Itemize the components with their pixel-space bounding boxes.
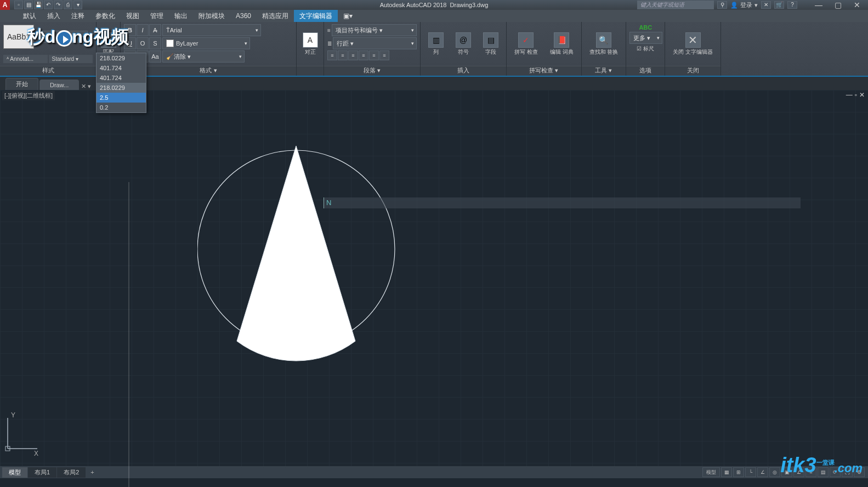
panel-label-paragraph[interactable]: 段落 ▾ [324, 66, 420, 76]
align-6-button[interactable]: ≡ [379, 50, 389, 60]
spellcheck-button[interactable]: ✓拼写 检查 [510, 31, 542, 56]
tab-start[interactable]: 开始 [5, 78, 38, 90]
bullets-dropdown[interactable]: 项目符号和编号 ▾ [332, 24, 417, 36]
panel-label-close: 关闭 [665, 66, 721, 76]
strike-button[interactable]: A̶ [149, 24, 161, 36]
tab-a360[interactable]: A360 [230, 10, 257, 21]
tab-default[interactable]: 默认 [18, 10, 42, 22]
columns-button[interactable]: ▥列 [424, 31, 448, 56]
layout-tab-add-icon[interactable]: + [86, 468, 98, 477]
edit-dict-button[interactable]: 📕编辑 词典 [546, 31, 578, 56]
vp-close-icon[interactable]: ✕ [859, 91, 865, 99]
tab-add-icon[interactable]: ✕ ▾ [80, 83, 92, 90]
tab-featured[interactable]: 精选应用 [257, 10, 294, 22]
align-left-button[interactable]: ≡ [327, 50, 337, 60]
close-window-button[interactable]: ✕ [850, 1, 864, 9]
color-dropdown[interactable]: ByLayer [162, 37, 250, 49]
status-snap-icon[interactable]: ⊞ [733, 467, 744, 477]
qat-more-icon[interactable]: ▾ [73, 1, 82, 9]
status-polar-icon[interactable]: ∠ [757, 467, 768, 477]
field-button[interactable]: ▤字段 [479, 31, 503, 56]
dropdown-item[interactable]: 0.2 [97, 103, 146, 112]
qat-undo-icon[interactable]: ↶ [44, 1, 53, 9]
viewport-label[interactable]: [-][俯视][二维线框] [2, 91, 55, 100]
layout-tab-2[interactable]: 布局2 [57, 467, 86, 478]
compass-needle-shape [237, 146, 355, 361]
more-options-dropdown[interactable]: 更多 ▾ [629, 32, 662, 44]
qat-save-icon[interactable]: 💾 [34, 1, 43, 9]
vp-minimize-icon[interactable]: — [846, 91, 853, 99]
standard-style-dropdown[interactable]: Standard ▾ [49, 55, 93, 63]
tab-output[interactable]: 输出 [169, 10, 193, 22]
drawing-canvas[interactable]: [-][俯视][二维线框] — ▫ ✕ N Y X [0, 90, 868, 466]
tab-addins[interactable]: 附加模块 [193, 10, 230, 22]
qat-redo-icon[interactable]: ↷ [54, 1, 63, 9]
app-logo-icon[interactable]: A [0, 0, 10, 10]
align-dist-button[interactable]: ≡ [369, 50, 379, 60]
justify-icon: A [303, 32, 318, 48]
exchange-icon[interactable]: ✕ [761, 1, 771, 9]
panel-label-spell[interactable]: 拼写检查 ▾ [507, 66, 581, 76]
panel-paragraph: ≡项目符号和编号 ▾ ≣行距 ▾ ≡ ≡ ≡ ≡ ≡ ≡ 段落 ▾ [324, 22, 421, 76]
panel-format: B I A̶ Ť Arial U O S ByLayer X² X₂ Aa [121, 22, 297, 76]
status-model-button[interactable]: 模型 [702, 467, 720, 477]
panel-label-tools[interactable]: 工具 ▾ [582, 66, 626, 76]
watermark-bottom: itk3一堂课.com [780, 454, 863, 477]
layout-tab-model[interactable]: 模型 [2, 467, 27, 478]
field-icon: ▤ [483, 32, 498, 48]
align-right-button[interactable]: ≡ [348, 50, 358, 60]
tab-view[interactable]: 视图 [121, 10, 145, 22]
dropdown-item[interactable]: 401.724 [97, 63, 146, 73]
annotative-label[interactable]: ᴬ Annotat... [3, 55, 48, 63]
strikethrough-button[interactable]: S [149, 37, 161, 49]
abc-indicator: ABC [629, 24, 661, 31]
signin-button[interactable]: 👤 登录 ▾ [730, 1, 758, 9]
mtext-editor-box[interactable]: N [324, 197, 801, 208]
align-justify-button[interactable]: ≡ [359, 50, 368, 60]
italic-button[interactable]: I [137, 24, 149, 36]
layout-tab-1[interactable]: 布局1 [28, 467, 56, 478]
dropdown-item-selected[interactable]: 2.5 [97, 93, 146, 103]
tab-annotate[interactable]: 注释 [66, 10, 90, 22]
text-height-dropdown-list: 218.0229 401.724 401.724 218.0229 2.5 0.… [96, 53, 146, 113]
dropdown-item[interactable]: 218.0229 [97, 83, 146, 93]
status-osnap-icon[interactable]: ◎ [769, 467, 780, 477]
align-center-button[interactable]: ≡ [338, 50, 348, 60]
cart-icon[interactable]: 🛒 [774, 1, 784, 9]
dropdown-item[interactable]: 218.0229 [97, 53, 146, 63]
panel-tools: 🔍查找和 替换 工具 ▾ [582, 22, 627, 76]
qat-open-icon[interactable]: ▤ [24, 1, 33, 9]
tab-text-editor[interactable]: 文字编辑器 [294, 10, 338, 22]
status-ortho-icon[interactable]: └ [745, 467, 756, 477]
tab-overflow-icon[interactable]: ▣▾ [338, 10, 358, 21]
linespacing-dropdown[interactable]: 行距 ▾ [333, 37, 417, 49]
clear-format-dropdown[interactable]: 🧹 清除 ▾ [162, 50, 245, 63]
status-grid-icon[interactable]: ▦ [721, 467, 732, 477]
help-search-input[interactable]: 键入关键字或短语 [637, 1, 714, 9]
symbol-button[interactable]: @符号 [451, 31, 475, 56]
case-button[interactable]: Aa [149, 50, 161, 63]
tab-parametric[interactable]: 参数化 [90, 10, 121, 22]
panel-spellcheck: ✓拼写 检查 📕编辑 词典 拼写检查 ▾ [507, 22, 582, 76]
close-editor-button[interactable]: ✕关闭 文字编辑器 [668, 31, 717, 56]
maximize-button[interactable]: ▢ [831, 1, 845, 9]
ruler-toggle[interactable]: ☑ 标尺 [629, 45, 661, 53]
mtext-content: N [324, 199, 331, 207]
minimize-button[interactable]: — [812, 1, 826, 9]
tab-manage[interactable]: 管理 [145, 10, 169, 22]
tab-insert[interactable]: 插入 [42, 10, 66, 22]
panel-label-format[interactable]: 格式 ▾ [121, 66, 296, 76]
qat-print-icon[interactable]: ⎙ [64, 1, 72, 9]
vp-maximize-icon[interactable]: ▫ [855, 91, 857, 99]
infocenter-icon[interactable]: ⚲ [717, 1, 727, 9]
ucs-icon: Y X [3, 415, 42, 455]
dropdown-item[interactable]: 401.724 [97, 73, 146, 83]
qat-new-icon[interactable]: ▫ [14, 1, 23, 9]
justify-button[interactable]: A 对正 [298, 31, 322, 56]
font-dropdown[interactable]: Ť Arial [162, 24, 261, 36]
find-icon: 🔍 [596, 32, 611, 48]
help-icon[interactable]: ? [787, 1, 797, 9]
overline-button[interactable]: O [137, 37, 149, 49]
tab-drawing[interactable]: Draw... [39, 80, 79, 90]
find-replace-button[interactable]: 🔍查找和 替换 [585, 31, 623, 56]
